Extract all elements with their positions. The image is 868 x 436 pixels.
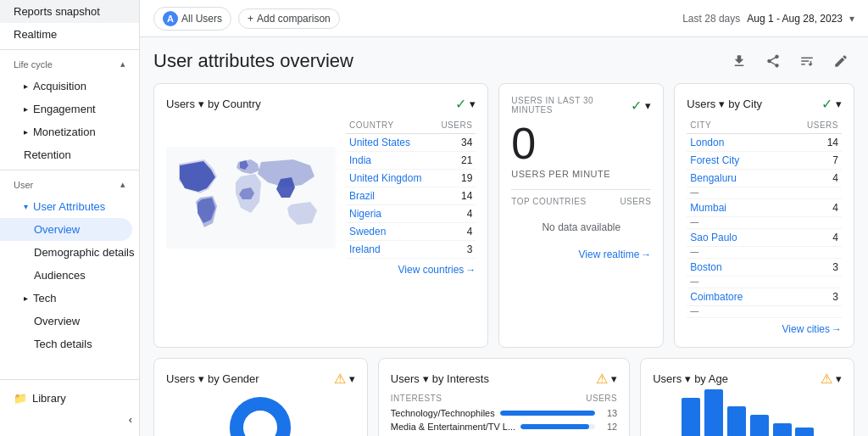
city-name[interactable]: Sao Paulo xyxy=(687,229,781,247)
dash: — xyxy=(687,306,842,318)
city-name[interactable]: Coimbatore xyxy=(687,288,781,306)
edit-button[interactable] xyxy=(827,48,854,75)
table-row: Mumbai4 xyxy=(687,199,842,217)
user-count: 14 xyxy=(782,134,842,152)
dropdown-arrow-icon[interactable]: ▾ xyxy=(685,372,691,385)
plus-icon: + xyxy=(248,13,253,25)
gender-card-header: Users ▾ by Gender ⚠ ▾ xyxy=(166,371,355,387)
share-button[interactable] xyxy=(760,48,787,75)
arrow-right-icon: → xyxy=(641,249,651,260)
sidebar-item-tech[interactable]: ▸ Tech xyxy=(0,287,139,310)
no-data-message: No data available xyxy=(511,211,651,243)
sidebar-item-overview[interactable]: Overview xyxy=(0,218,132,241)
view-countries-link[interactable]: View countries → xyxy=(346,264,476,276)
sidebar: Reports snapshot Realtime Life cycle ▴ ▸… xyxy=(0,0,140,436)
sidebar-item-retention[interactable]: Retention xyxy=(0,143,139,166)
user-count: 4 xyxy=(782,229,842,247)
add-comparison-button[interactable]: + Add comparison xyxy=(238,8,340,29)
country-table-area: COUNTRY USERS United States34India21Unit… xyxy=(346,119,476,276)
more-options-icon[interactable]: ▾ xyxy=(470,98,476,110)
more-options-icon[interactable]: ▾ xyxy=(349,372,355,385)
divider xyxy=(511,189,651,190)
sidebar-collapse-button[interactable]: ‹ xyxy=(0,410,139,429)
table-row: Boston3 xyxy=(687,259,842,277)
bar-fill xyxy=(520,424,589,429)
chevron-left-icon: ‹ xyxy=(129,413,132,426)
chevron-right-icon: ▸ xyxy=(24,104,28,114)
country-card-title: Users ▾ by Country xyxy=(166,98,261,110)
date-range-label: Last 28 days xyxy=(682,13,740,25)
interests-bars: Technology/Technophiles 13 Media & Enter… xyxy=(391,408,617,436)
country-name[interactable]: United States xyxy=(346,134,434,152)
customize-button[interactable] xyxy=(793,48,821,75)
chevron-down-icon: ▾ xyxy=(24,202,28,211)
sidebar-item-library[interactable]: 📁 Library xyxy=(0,387,139,410)
user-icon: A xyxy=(163,11,178,26)
sidebar-item-tech-details[interactable]: Tech details xyxy=(0,333,139,355)
more-options-icon[interactable]: ▾ xyxy=(836,372,842,385)
age-card-header: Users ▾ by Age ⚠ ▾ xyxy=(653,371,842,387)
city-card-actions: ✓ ▾ xyxy=(821,96,842,112)
age-bar-chart: 18-24 25-34 35-44 45-54 xyxy=(653,395,842,436)
chevron-down-icon[interactable]: ▾ xyxy=(849,13,854,25)
dropdown-arrow-icon[interactable]: ▾ xyxy=(198,372,204,385)
city-name[interactable]: Boston xyxy=(687,259,781,277)
city-col-header: CITY xyxy=(687,119,781,134)
sidebar-item-realtime[interactable]: Realtime xyxy=(0,23,139,46)
country-name[interactable]: Brazil xyxy=(346,187,434,205)
table-row: Ireland3 xyxy=(346,241,476,259)
table-row: Coimbatore3 xyxy=(687,288,842,306)
sidebar-item-monetization[interactable]: ▸ Monetization xyxy=(0,120,139,143)
city-name[interactable]: London xyxy=(687,134,781,152)
country-table: COUNTRY USERS United States34India21Unit… xyxy=(346,119,476,259)
chevron-right-icon: ▸ xyxy=(24,293,28,303)
sidebar-item-tech-overview[interactable]: Overview xyxy=(0,310,139,333)
more-options-icon[interactable]: ▾ xyxy=(645,99,651,112)
sidebar-section-lifecycle[interactable]: Life cycle ▴ xyxy=(0,53,139,75)
realtime-count: 0 xyxy=(511,121,651,165)
age-group-45-54: 45-54 xyxy=(749,415,769,436)
library-icon: 📁 xyxy=(14,392,27,405)
city-name[interactable]: Mumbai xyxy=(687,199,781,217)
top-cards-row: Users ▾ by Country ✓ ▾ xyxy=(153,83,854,348)
interests-card-actions: ⚠ ▾ xyxy=(596,371,617,387)
sidebar-item-acquisition[interactable]: ▸ Acquisition xyxy=(0,75,139,98)
city-name[interactable]: Forest City xyxy=(687,152,781,170)
all-users-badge[interactable]: A All Users xyxy=(153,7,231,31)
export-button[interactable] xyxy=(726,48,753,75)
dropdown-arrow-icon[interactable]: ▾ xyxy=(719,98,725,110)
user-count: 34 xyxy=(434,134,476,152)
sidebar-item-reports-snapshot[interactable]: Reports snapshot xyxy=(0,0,139,23)
warning-icon: ⚠ xyxy=(596,371,608,387)
interest-row: Technology/Technophiles 13 xyxy=(391,408,617,418)
chevron-up-icon: ▴ xyxy=(120,59,125,70)
more-options-icon[interactable]: ▾ xyxy=(836,98,842,110)
user-count: 7 xyxy=(782,152,842,170)
country-name[interactable]: United Kingdom xyxy=(346,170,434,187)
age-bar xyxy=(750,415,769,436)
sidebar-item-audiences[interactable]: Audiences xyxy=(0,264,139,287)
country-name[interactable]: Ireland xyxy=(346,241,434,259)
dropdown-arrow-icon[interactable]: ▾ xyxy=(198,98,204,110)
sidebar-section-user[interactable]: User ▴ xyxy=(0,174,139,195)
more-options-icon[interactable]: ▾ xyxy=(611,372,617,385)
sidebar-item-engagement[interactable]: ▸ Engagement xyxy=(0,98,139,120)
dropdown-arrow-icon[interactable]: ▾ xyxy=(423,372,429,385)
country-name[interactable]: India xyxy=(346,152,434,170)
country-name[interactable]: Sweden xyxy=(346,223,434,241)
city-name[interactable]: Bengaluru xyxy=(687,170,781,187)
gender-card-title: Users ▾ by Gender xyxy=(166,372,259,385)
interests-card-title: Users ▾ by Interests xyxy=(391,372,489,385)
svg-point-2 xyxy=(236,404,284,436)
sidebar-item-demographic-details[interactable]: Demographic details xyxy=(0,241,139,264)
chevron-right-icon: ▸ xyxy=(24,81,28,91)
dash: — xyxy=(687,217,842,229)
country-name[interactable]: Nigeria xyxy=(346,205,434,223)
view-realtime-link[interactable]: View realtime → xyxy=(511,249,651,260)
view-cities-link[interactable]: View cities → xyxy=(687,323,842,335)
sidebar-item-user-attributes[interactable]: ▾ User Attributes xyxy=(0,195,139,218)
country-card: Users ▾ by Country ✓ ▾ xyxy=(153,83,488,348)
dash: — xyxy=(687,277,842,288)
users-col-header: USERS xyxy=(782,119,842,134)
age-card: Users ▾ by Age ⚠ ▾ 18-24 xyxy=(640,358,854,436)
